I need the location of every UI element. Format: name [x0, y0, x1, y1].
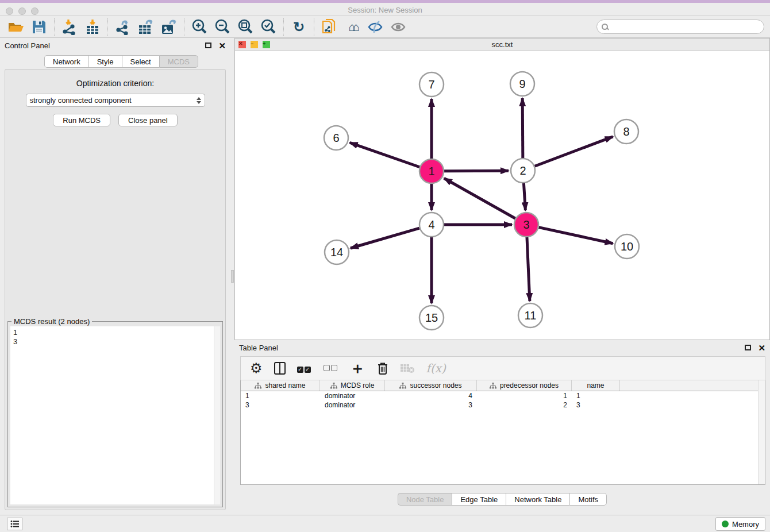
search-field[interactable]	[596, 20, 764, 34]
close-panel-icon[interactable]: ✕	[218, 41, 226, 50]
graph-edge-2-8[interactable]	[535, 137, 613, 166]
column-header-name[interactable]: name	[572, 380, 620, 391]
table-cell[interactable]: dominator	[320, 392, 385, 400]
clone-network-button[interactable]	[318, 17, 341, 37]
graph-node-8[interactable]: 8	[614, 119, 638, 144]
tab-select[interactable]: Select	[122, 55, 159, 68]
tab-network-table[interactable]: Network Table	[506, 493, 569, 506]
select-all-button[interactable]: ✓✓	[297, 360, 312, 377]
table-scrollbar[interactable]	[758, 380, 765, 484]
table-cell[interactable]: 3	[241, 401, 320, 409]
tab-edge-table[interactable]: Edge Table	[452, 493, 506, 506]
graph-edge-2-9[interactable]	[522, 98, 523, 158]
tab-node-table[interactable]: Node Table	[398, 493, 452, 506]
homes-button[interactable]: ⌂⌂	[341, 17, 364, 37]
graph-node-10[interactable]: 10	[615, 234, 639, 259]
import-table-icon	[84, 19, 101, 35]
graph-node-9[interactable]: 9	[510, 72, 534, 96]
zoom-in-button[interactable]	[188, 17, 211, 37]
table-cell[interactable]: 2	[477, 401, 572, 409]
criterion-dropdown[interactable]: strongly connected component	[26, 94, 205, 107]
table-row[interactable]: 3dominator323	[241, 400, 765, 410]
graph-edge-1-2[interactable]	[444, 171, 509, 171]
table-body: 1dominator4113dominator323	[241, 391, 765, 410]
zoom-fit-button[interactable]	[234, 17, 257, 37]
deselect-all-button[interactable]	[324, 360, 338, 377]
table-row[interactable]: 1dominator411	[241, 391, 765, 400]
column-header-successor-nodes[interactable]: successor nodes	[385, 380, 477, 391]
table-cell[interactable]: 1	[241, 392, 320, 400]
attribute-tree-icon	[490, 383, 496, 389]
float-panel-icon[interactable]	[205, 43, 211, 48]
hide-graphics-details-button[interactable]	[364, 17, 387, 37]
create-column-button[interactable]: ＋	[350, 360, 365, 377]
graph-edge-3-10[interactable]	[538, 228, 613, 244]
tab-style[interactable]: Style	[88, 55, 122, 68]
float-table-panel-icon[interactable]	[745, 345, 751, 350]
table-cell[interactable]: 1	[477, 392, 572, 400]
graph-node-11[interactable]: 11	[518, 303, 542, 327]
network-close-button[interactable]: ✕	[238, 41, 246, 48]
graph-node-4[interactable]: 4	[419, 213, 444, 237]
table-cell[interactable]: dominator	[320, 401, 385, 409]
tab-network[interactable]: Network	[44, 55, 88, 68]
column-header-predecessor-nodes[interactable]: predecessor nodes	[477, 380, 572, 391]
graph-node-2[interactable]: 2	[511, 159, 535, 183]
zoom-selected-icon	[260, 18, 277, 36]
run-mcds-button[interactable]: Run MCDS	[53, 114, 110, 126]
import-network-button[interactable]	[58, 17, 81, 37]
tab-mcds[interactable]: MCDS	[159, 55, 198, 68]
result-scrollbar[interactable]	[214, 326, 220, 504]
network-maximize-button[interactable]: +	[263, 41, 270, 48]
delete-table-button[interactable]	[400, 360, 415, 377]
control-panel: Control Panel ✕ Network Style Select MCD…	[0, 38, 230, 515]
splitter-grip[interactable]	[231, 270, 234, 283]
mcds-result-text: 1 3	[10, 326, 220, 504]
search-icon	[602, 24, 608, 30]
table-cell[interactable]: 1	[572, 392, 620, 400]
graph-node-3[interactable]: 3	[514, 213, 538, 237]
table-cell[interactable]: 3	[385, 401, 477, 409]
export-table-button[interactable]	[134, 17, 157, 37]
network-window-titlebar[interactable]: ✕ − + scc.txt	[235, 38, 769, 51]
table-options-button[interactable]: ⚙	[250, 360, 263, 377]
table-cell[interactable]: 3	[572, 401, 620, 409]
search-input[interactable]	[608, 21, 764, 33]
network-minimize-button[interactable]: −	[251, 41, 258, 48]
graph-node-6[interactable]: 6	[324, 126, 348, 150]
column-header-shared-name[interactable]: shared name	[241, 380, 320, 391]
graph-edge-1-6[interactable]	[350, 142, 420, 167]
zoom-out-button[interactable]	[211, 17, 234, 37]
function-builder-button[interactable]: f(x)	[426, 360, 446, 377]
graph-node-1[interactable]: 1	[419, 159, 444, 183]
refresh-layout-button[interactable]: ↻	[287, 17, 310, 37]
open-session-button[interactable]	[5, 17, 28, 37]
graph-node-14[interactable]: 14	[325, 240, 349, 264]
export-image-button[interactable]	[157, 17, 180, 37]
network-canvas[interactable]: 7968124314101511	[235, 51, 769, 340]
trash-icon	[377, 361, 388, 375]
close-panel-button[interactable]: Close panel	[118, 114, 178, 126]
graph-edge-3-1[interactable]	[444, 178, 515, 218]
import-table-button[interactable]	[81, 17, 104, 37]
tab-motifs[interactable]: Motifs	[569, 493, 607, 506]
save-session-button[interactable]	[28, 17, 51, 37]
graph-edge-3-11[interactable]	[527, 237, 530, 301]
column-header-MCDS-role[interactable]: MCDS role	[320, 380, 385, 391]
task-history-button[interactable]	[7, 518, 22, 530]
graph-edge-2-3[interactable]	[523, 183, 525, 210]
memory-button[interactable]: Memory	[715, 517, 765, 531]
close-table-panel-icon[interactable]: ✕	[758, 344, 765, 352]
export-network-button[interactable]	[111, 17, 134, 37]
graph-node-label: 15	[425, 311, 438, 324]
delete-column-button[interactable]	[377, 360, 388, 377]
show-columns-button[interactable]	[274, 360, 286, 377]
show-graphics-details-button[interactable]	[387, 17, 410, 37]
graph-node-7[interactable]: 7	[419, 72, 444, 97]
zoom-selected-button[interactable]	[257, 17, 280, 37]
table-cell[interactable]: 4	[385, 392, 477, 400]
graph-node-label: 4	[428, 218, 434, 231]
panel-splitter[interactable]	[230, 38, 234, 515]
graph-edge-4-14[interactable]	[351, 228, 419, 248]
graph-node-15[interactable]: 15	[419, 306, 444, 330]
